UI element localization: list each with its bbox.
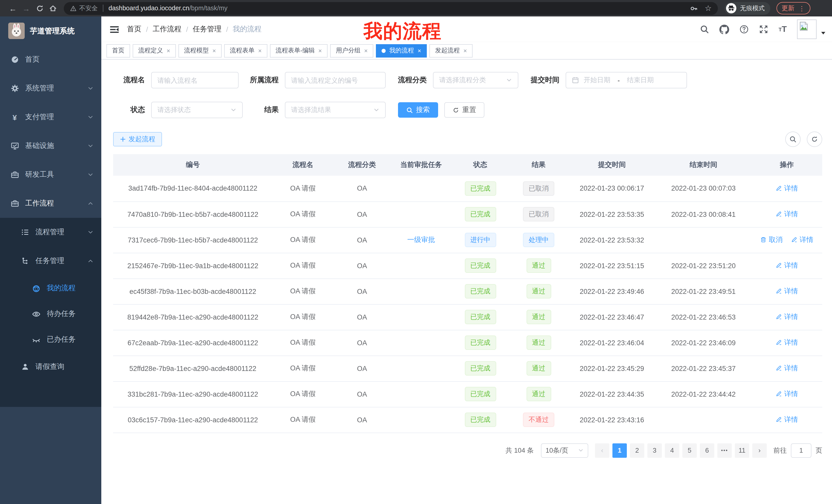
cancel-link[interactable]: 取消 (760, 235, 783, 245)
browser-home-button[interactable] (46, 2, 60, 15)
goto-page-input[interactable] (791, 443, 811, 457)
chevron-down-icon (87, 229, 94, 235)
detail-link[interactable]: 详情 (775, 287, 798, 296)
page-more-button[interactable]: ••• (717, 443, 732, 457)
refresh-table-button[interactable] (807, 132, 822, 147)
process-definition-input[interactable] (291, 76, 380, 84)
sidebar-item-leave-query[interactable]: 请假查询 (0, 353, 101, 381)
sidebar-item-todo-tasks[interactable]: 待办任务 (0, 301, 101, 327)
detail-link[interactable]: 详情 (775, 415, 798, 424)
detail-link[interactable]: 详情 (775, 209, 798, 219)
detail-link[interactable]: 详情 (791, 235, 813, 245)
tab-home[interactable]: 首页 (106, 44, 130, 57)
prev-page-button[interactable]: ‹ (595, 443, 609, 457)
tab-user-group[interactable]: 用户分组× (330, 44, 373, 57)
sidebar-item-my-process[interactable]: 我的流程 (0, 275, 101, 301)
process-definition-input-wrap (285, 72, 386, 88)
close-icon[interactable]: × (364, 48, 368, 54)
tab-start-process[interactable]: 发起流程× (430, 44, 473, 57)
tab-process-form[interactable]: 流程表单× (224, 44, 267, 57)
next-page-button[interactable]: › (752, 443, 767, 457)
browser-update-button[interactable]: 更新 ⋮ (777, 2, 810, 15)
close-icon[interactable]: × (166, 48, 170, 54)
sidebar-item-done-tasks[interactable]: 已办任务 (0, 327, 101, 353)
close-icon[interactable]: × (212, 48, 216, 54)
detail-link[interactable]: 详情 (775, 389, 798, 399)
address-bar[interactable]: 不安全 dashboard.yudao.iocoder.cn/bpm/task/… (64, 2, 718, 15)
sidebar-item-task-mgmt[interactable]: 任务管理 (0, 247, 101, 275)
close-icon[interactable]: × (318, 48, 322, 54)
page-button-6[interactable]: 6 (700, 443, 714, 457)
page-button-5[interactable]: 5 (682, 443, 697, 457)
breadcrumb-task-mgmt[interactable]: 任务管理 (193, 25, 222, 34)
close-icon[interactable]: × (418, 48, 421, 54)
trash-icon (760, 236, 767, 243)
tab-process-form-edit[interactable]: 流程表单-编辑× (270, 44, 328, 57)
search-button[interactable]: 搜索 (398, 102, 438, 118)
sidebar-item-infrastructure[interactable]: 基础设施 (0, 132, 101, 160)
user-icon (21, 362, 29, 371)
page-button-1[interactable]: 1 (613, 443, 627, 457)
sidebar-item-dev-tools[interactable]: 研发工具 (0, 160, 101, 189)
edit-icon (791, 236, 798, 243)
font-size-icon[interactable]: TT (779, 25, 787, 34)
sidebar-item-system-mgmt[interactable]: 系统管理 (0, 74, 101, 103)
bookmark-star-icon[interactable]: ☆ (705, 4, 712, 13)
omnibox-divider (103, 5, 103, 12)
filter-row-1: 流程名 所属流程 流程分类 请选择流程分类 提交时间 开始日期 - 结束日期 (113, 72, 822, 88)
start-process-button[interactable]: 发起流程 (113, 132, 162, 146)
user-menu[interactable] (797, 20, 825, 39)
result-select[interactable]: 请选择流结果 (285, 102, 386, 118)
page-size-select[interactable]: 10条/页 (541, 443, 588, 457)
breadcrumb-home[interactable]: 首页 (127, 25, 141, 34)
table-row: 819442e8-7b9a-11ec-a290-acde48001122 OA … (113, 304, 822, 330)
detail-link[interactable]: 详情 (775, 261, 798, 270)
app-logo-row[interactable]: 芋道管理系统 (0, 17, 101, 45)
fullscreen-icon[interactable] (759, 25, 768, 34)
help-icon[interactable] (739, 25, 749, 34)
browser-back-button[interactable]: ← (6, 2, 20, 15)
sidebar-item-payment-mgmt[interactable]: ¥ 支付管理 (0, 103, 101, 132)
github-icon[interactable] (719, 24, 729, 34)
close-icon[interactable]: × (463, 48, 467, 54)
page-button-2[interactable]: 2 (630, 443, 644, 457)
reset-button[interactable]: 重置 (444, 102, 485, 118)
process-name-input[interactable] (157, 76, 232, 84)
chevron-up-icon (87, 258, 94, 264)
sidebar-item-home[interactable]: 首页 (0, 45, 101, 74)
browser-menu-icon[interactable]: ⋮ (799, 4, 805, 12)
category-select[interactable]: 请选择流程分类 (433, 72, 518, 88)
browser-forward-button[interactable]: → (20, 2, 33, 15)
edit-icon (775, 288, 782, 295)
sidebar-item-workflow[interactable]: 工作流程 (0, 189, 101, 218)
show-search-button[interactable] (785, 132, 801, 147)
close-icon[interactable]: × (258, 48, 262, 54)
password-key-icon[interactable] (690, 4, 698, 12)
search-icon[interactable] (700, 25, 709, 34)
screen: ← → 不安全 dashboard.yudao.iocoder.cn/bpm/t… (0, 0, 832, 504)
sidebar-collapse-icon[interactable] (109, 24, 119, 34)
avatar[interactable] (797, 20, 816, 39)
submit-time-range-picker[interactable]: 开始日期 - 结束日期 (566, 72, 687, 88)
page-button-11[interactable]: 11 (735, 443, 749, 457)
tab-process-model[interactable]: 流程模型× (178, 44, 222, 57)
status-badge: 已完成 (465, 361, 496, 375)
detail-link[interactable]: 详情 (775, 338, 798, 347)
tab-process-definition[interactable]: 流程定义× (133, 44, 176, 57)
status-select[interactable]: 请选择状态 (151, 102, 243, 118)
detail-link[interactable]: 详情 (775, 364, 798, 373)
detail-link[interactable]: 详情 (775, 184, 798, 193)
page-button-4[interactable]: 4 (665, 443, 679, 457)
current-task-link[interactable]: 一级审批 (407, 235, 435, 245)
result-badge: 处理中 (523, 233, 554, 247)
chevron-down-icon (373, 107, 380, 113)
page-button-3[interactable]: 3 (647, 443, 662, 457)
breadcrumb-workflow[interactable]: 工作流程 (153, 25, 182, 34)
tab-my-process[interactable]: 我的流程× (376, 44, 427, 57)
detail-link[interactable]: 详情 (775, 312, 798, 321)
sidebar-item-process-mgmt[interactable]: 流程管理 (0, 218, 101, 247)
status-badge: 已完成 (465, 413, 496, 427)
update-label: 更新 (782, 4, 795, 12)
process-name-label: 流程名 (113, 76, 151, 85)
browser-reload-button[interactable] (33, 2, 46, 15)
